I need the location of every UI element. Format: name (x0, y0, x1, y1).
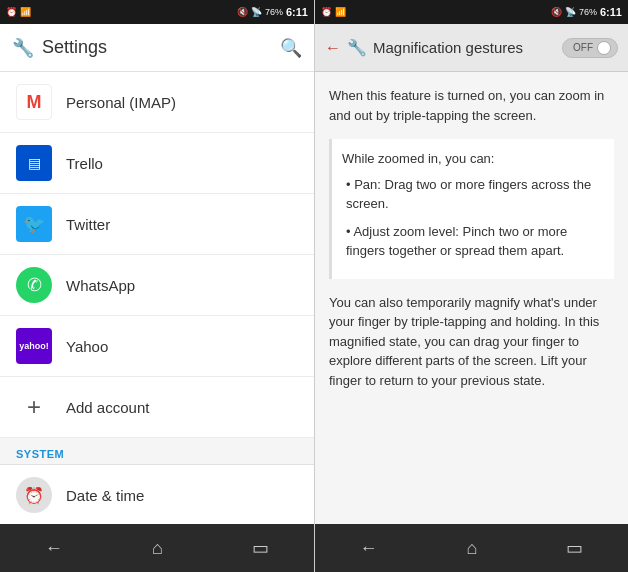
left-toolbar: 🔧 Settings 🔍 (0, 24, 314, 72)
toggle-off-switch[interactable]: OFF (562, 38, 618, 58)
right-bottom-nav: ← ⌂ ▭ (315, 524, 628, 572)
recent-button[interactable]: ▭ (232, 529, 289, 567)
left-status-bar: ⏰ 📶 🔇 📡 76% 6:11 (0, 0, 314, 24)
trello-item[interactable]: ▤ Trello (0, 133, 314, 194)
volume-icon: 🔇 (237, 7, 248, 17)
toggle-label: OFF (573, 42, 593, 53)
back-button[interactable]: ← (25, 530, 83, 567)
right-back-icon[interactable]: ← (325, 39, 341, 57)
right-toolbar: ← 🔧 Magnification gestures OFF (315, 24, 628, 72)
left-panel: ⏰ 📶 🔇 📡 76% 6:11 🔧 Settings 🔍 M Personal… (0, 0, 314, 572)
r-back-button[interactable]: ← (340, 530, 398, 567)
bullet-zoom: • Adjust zoom level: Pinch two or more f… (342, 222, 604, 261)
r-battery-level: 76% (579, 7, 597, 17)
right-panel: ⏰ 📶 🔇 📡 76% 6:11 ← 🔧 Magnification gestu… (314, 0, 628, 572)
trello-icon: ▤ (16, 145, 52, 181)
r-signal-icon: 📶 (335, 7, 346, 17)
toggle-circle (597, 41, 611, 55)
right-status-bar: ⏰ 📶 🔇 📡 76% 6:11 (315, 0, 628, 24)
right-status-icons: ⏰ 📶 (321, 7, 346, 17)
r-home-button[interactable]: ⌂ (447, 530, 498, 567)
add-icon: + (16, 389, 52, 425)
wifi-icon: 📡 (251, 7, 262, 17)
right-status-right: 🔇 📡 76% 6:11 (551, 6, 622, 18)
r-wifi-icon: 📡 (565, 7, 576, 17)
search-icon[interactable]: 🔍 (280, 37, 302, 59)
system-section-header: SYSTEM (0, 438, 314, 465)
gmail-item[interactable]: M Personal (IMAP) (0, 72, 314, 133)
magnification-title: Magnification gestures (373, 39, 556, 56)
trello-label: Trello (66, 155, 103, 172)
settings-wrench-icon: 🔧 (12, 37, 34, 59)
r-recent-button[interactable]: ▭ (546, 529, 603, 567)
add-account-label: Add account (66, 399, 149, 416)
yahoo-label: Yahoo (66, 338, 108, 355)
datetime-icon: ⏰ (16, 477, 52, 513)
twitter-icon: 🐦 (16, 206, 52, 242)
battery-level: 76% (265, 7, 283, 17)
datetime-label: Date & time (66, 487, 144, 504)
zoomed-title: While zoomed in, you can: (342, 149, 604, 169)
twitter-label: Twitter (66, 216, 110, 233)
yahoo-item[interactable]: yahoo! Yahoo (0, 316, 314, 377)
left-status-icons: ⏰ 📶 (6, 7, 31, 17)
accounts-list: M Personal (IMAP) ▤ Trello 🐦 Twitter ✆ W… (0, 72, 314, 524)
right-time: 6:11 (600, 6, 622, 18)
add-account-item[interactable]: + Add account (0, 377, 314, 438)
intro-text: When this feature is turned on, you can … (329, 86, 614, 125)
left-time: 6:11 (286, 6, 308, 18)
alarm-icon: ⏰ (6, 7, 17, 17)
yahoo-icon: yahoo! (16, 328, 52, 364)
datetime-item[interactable]: ⏰ Date & time (0, 465, 314, 524)
gmail-label: Personal (IMAP) (66, 94, 176, 111)
r-volume-icon: 🔇 (551, 7, 562, 17)
left-bottom-nav: ← ⌂ ▭ (0, 524, 314, 572)
home-button[interactable]: ⌂ (132, 530, 183, 567)
zoomed-section: While zoomed in, you can: • Pan: Drag tw… (329, 139, 614, 279)
gmail-icon: M (16, 84, 52, 120)
whatsapp-item[interactable]: ✆ WhatsApp (0, 255, 314, 316)
bullet-pan: • Pan: Drag two or more fingers across t… (342, 175, 604, 214)
magnification-content: When this feature is turned on, you can … (315, 72, 628, 524)
right-wrench-icon: 🔧 (347, 38, 367, 57)
outro-text: You can also temporarily magnify what's … (329, 293, 614, 391)
left-status-right: 🔇 📡 76% 6:11 (237, 6, 308, 18)
signal-icon: 📶 (20, 7, 31, 17)
whatsapp-icon: ✆ (16, 267, 52, 303)
whatsapp-label: WhatsApp (66, 277, 135, 294)
r-alarm-icon: ⏰ (321, 7, 332, 17)
twitter-item[interactable]: 🐦 Twitter (0, 194, 314, 255)
settings-title: Settings (42, 37, 272, 58)
